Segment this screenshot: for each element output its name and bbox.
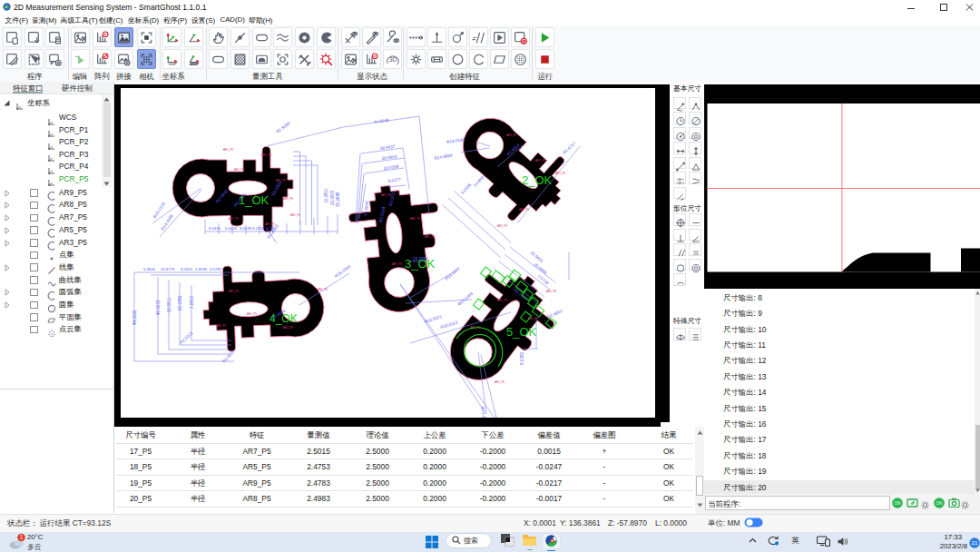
svg-text:AR1_P5: AR1_P5 <box>425 235 436 239</box>
svg-text:AR1_P5: AR1_P5 <box>519 208 530 212</box>
svg-text:40.0072: 40.0072 <box>156 300 161 315</box>
svg-text:AR1_P5: AR1_P5 <box>410 217 421 221</box>
svg-text:AR1_P5: AR1_P5 <box>234 168 245 172</box>
svg-text:8.0382: 8.0382 <box>520 352 524 365</box>
svg-text:10.8778: 10.8778 <box>161 267 175 271</box>
svg-text:19.9801: 19.9801 <box>324 188 328 203</box>
svg-text:29.9870: 29.9870 <box>330 190 335 205</box>
svg-text:3D: 3D <box>388 56 397 63</box>
svg-text:ON: ON <box>936 501 943 506</box>
svg-text:AR1_P5: AR1_P5 <box>546 290 557 293</box>
svg-text:8.2262: 8.2262 <box>252 226 264 231</box>
svg-text:20.0011: 20.0011 <box>167 297 172 312</box>
svg-text:4.0783: 4.0783 <box>210 267 221 271</box>
svg-text:1_OK: 1_OK <box>239 193 270 207</box>
svg-text:AR1_P5: AR1_P5 <box>495 380 505 384</box>
svg-text:1.9538: 1.9538 <box>195 267 207 271</box>
svg-text:AR1_P5: AR1_P5 <box>381 193 392 197</box>
svg-text:4_OK: 4_OK <box>270 312 298 325</box>
svg-text:5.9655: 5.9655 <box>143 267 155 271</box>
svg-text:5_OK: 5_OK <box>506 325 537 339</box>
svg-text:AR1_P5: AR1_P5 <box>392 262 403 266</box>
svg-text:AR1_P5: AR1_P5 <box>506 133 517 137</box>
svg-text:21: 21 <box>972 539 978 546</box>
svg-text:AR1_P5: AR1_P5 <box>283 197 294 201</box>
svg-text:44.9922: 44.9922 <box>132 310 137 325</box>
svg-text:20.0352: 20.0352 <box>178 295 182 310</box>
svg-text:AR1_P5: AR1_P5 <box>223 148 234 152</box>
svg-text:ON: ON <box>895 501 901 506</box>
svg-text:8.0038: 8.0038 <box>240 226 251 231</box>
svg-text:AR1_P5: AR1_P5 <box>229 217 240 221</box>
svg-text:AR1_P5: AR1_P5 <box>216 324 227 328</box>
svg-text:AR1_P5: AR1_P5 <box>276 179 287 182</box>
svg-text:AR1_P5: AR1_P5 <box>497 224 508 228</box>
svg-text:AR1_P5: AR1_P5 <box>261 153 272 157</box>
svg-text:8.0335: 8.0335 <box>209 226 220 231</box>
svg-text:AR1_P5: AR1_P5 <box>497 299 508 302</box>
svg-text:AR1_P5: AR1_P5 <box>555 172 566 175</box>
svg-text:1: 1 <box>20 534 24 540</box>
svg-text:3_OK: 3_OK <box>405 257 436 271</box>
svg-text:AR1_P5: AR1_P5 <box>535 159 546 163</box>
svg-text:AR1_P5: AR1_P5 <box>318 288 328 291</box>
svg-text:8.0915: 8.0915 <box>181 267 192 271</box>
svg-text:AR1_P5: AR1_P5 <box>265 222 276 226</box>
svg-text:AR1_P5: AR1_P5 <box>247 312 258 316</box>
svg-text:5.0036: 5.0036 <box>225 226 237 231</box>
svg-text:2_OK: 2_OK <box>522 173 553 187</box>
svg-text:AR1_P5: AR1_P5 <box>290 213 301 217</box>
svg-text:AR1_P5: AR1_P5 <box>283 326 294 330</box>
svg-text:AR1_P5: AR1_P5 <box>229 290 240 293</box>
svg-text:39.9648: 39.9648 <box>336 192 340 207</box>
svg-text:7.9810: 7.9810 <box>190 296 194 309</box>
